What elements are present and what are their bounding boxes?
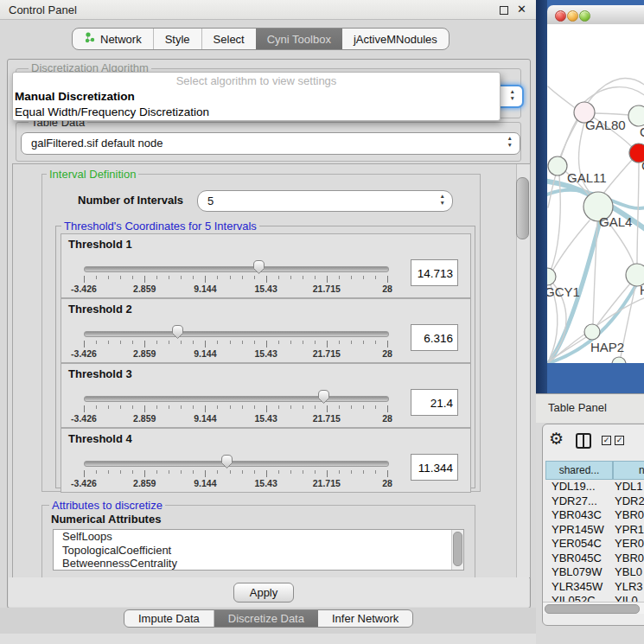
list-item[interactable]: TopologicalCoefficient	[54, 544, 463, 558]
network-node[interactable]	[628, 105, 644, 126]
split-columns-icon[interactable]	[576, 433, 591, 449]
table-row[interactable]: YPR145WYPR1	[545, 523, 644, 538]
node-label: GAL4	[599, 214, 632, 229]
tab-cyni-toolbox[interactable]: Cyni Toolbox	[256, 29, 342, 49]
mac-zoom-icon[interactable]	[579, 10, 590, 22]
threshold-value-field[interactable]: 21.4	[411, 389, 458, 416]
table-data-combobox[interactable]: galFiltered.sif default node ▲▼	[21, 132, 520, 155]
slider-tick	[375, 470, 376, 474]
tab-network[interactable]: Network	[73, 29, 153, 49]
column-header-shared-name[interactable]: shared...	[545, 461, 613, 480]
table-row[interactable]: YDR27...YDR2	[545, 494, 644, 509]
slider-scale-label: 2.859	[133, 348, 156, 359]
threshold-value-field[interactable]: 11.344	[411, 454, 458, 481]
column-header-name[interactable]: na	[613, 461, 644, 480]
control-panel-titlebar: Control Panel ✕	[0, 0, 536, 20]
mac-close-icon[interactable]	[555, 10, 566, 22]
slider-tick	[278, 276, 279, 279]
table-row[interactable]: YIL052CYIL0	[545, 594, 644, 602]
vertical-scrollbar[interactable]	[516, 164, 530, 577]
slider-tick	[230, 405, 231, 409]
slider-tick	[144, 470, 145, 477]
threshold-value-field[interactable]: 14.713	[411, 259, 458, 286]
table-row[interactable]: YBR043CYBR0	[545, 508, 644, 523]
tab-impute-data[interactable]: Impute Data	[124, 610, 214, 627]
float-window-icon[interactable]	[500, 6, 508, 15]
slider-scale-label: 15.43	[254, 284, 277, 294]
slider-tick	[230, 470, 231, 474]
slider-tick	[84, 405, 85, 412]
slider-thumb[interactable]	[317, 389, 330, 405]
table-row[interactable]: YER054CYER0	[545, 537, 644, 552]
slider-scale-label: 21.715	[313, 413, 341, 424]
list-scrollbar[interactable]	[451, 530, 463, 570]
tab-jactivemnodules[interactable]: jActiveMNodules	[342, 29, 449, 49]
slider-scale-label: 28	[382, 348, 392, 359]
slider-tick	[387, 470, 388, 477]
network-icon	[84, 31, 95, 47]
slider-thumb[interactable]	[252, 259, 265, 275]
slider-tick	[351, 405, 352, 409]
horizontal-scrollbar[interactable]	[543, 602, 644, 614]
gear-icon[interactable]: ⚙	[549, 429, 564, 448]
slider-thumb[interactable]	[171, 324, 184, 340]
slider-tick	[266, 405, 267, 412]
slider-tick	[303, 470, 303, 474]
slider-tick	[193, 276, 194, 279]
network-node[interactable]	[547, 268, 556, 285]
slider-tick	[120, 470, 121, 474]
slider-tick	[156, 276, 157, 279]
slider-tick	[96, 405, 97, 409]
slider-track[interactable]	[84, 266, 389, 272]
tab-discretize-data[interactable]: Discretize Data	[214, 610, 318, 627]
table-row[interactable]: YBL079WYBL0	[545, 565, 644, 580]
slider-tick	[278, 341, 279, 344]
tab-select[interactable]: Select	[201, 29, 256, 49]
dropdown-option-equal-width[interactable]: Equal Width/Frequency Discretization	[13, 105, 500, 120]
slider-tick	[387, 276, 388, 283]
network-node[interactable]	[584, 324, 600, 340]
slider-thumb[interactable]	[220, 454, 233, 469]
slider-track[interactable]	[84, 331, 389, 337]
tab-infer-network[interactable]: Infer Network	[318, 610, 412, 627]
table-toolbar: ⚙ ✓ ✓	[543, 424, 644, 457]
cell-name: YIL0	[609, 594, 644, 602]
number-of-intervals-combobox[interactable]: 5 ▲▼	[197, 190, 453, 212]
slider-tick	[363, 405, 364, 409]
checkbox-icon[interactable]: ✓	[602, 436, 611, 445]
slider-tick	[266, 341, 267, 348]
network-node[interactable]	[548, 156, 567, 175]
horizontal-scrollbar-thumb[interactable]	[545, 604, 640, 614]
checkbox-icon[interactable]: ✓	[615, 436, 624, 445]
dropdown-option-manual-discretization[interactable]: Manual Discretization	[13, 89, 500, 105]
close-icon[interactable]: ✕	[517, 3, 526, 16]
network-edge	[637, 163, 639, 264]
slider-scale-label: 28	[382, 413, 392, 424]
table-row[interactable]: YBR045CYBR0	[545, 552, 644, 566]
vertical-scrollbar-thumb[interactable]	[516, 177, 529, 239]
tab-style[interactable]: Style	[153, 29, 201, 49]
table-row[interactable]: YLR345WYLR3	[545, 580, 644, 595]
threshold-value-field[interactable]: 6.316	[411, 324, 458, 351]
apply-button[interactable]: Apply	[233, 583, 294, 603]
list-scrollbar-thumb[interactable]	[453, 532, 462, 566]
list-item[interactable]: BetweennessCentrality	[54, 557, 463, 571]
mac-minimize-icon[interactable]	[567, 10, 578, 22]
cell-shared-name: YER054C	[545, 537, 609, 552]
slider-tick	[132, 276, 133, 279]
network-node[interactable]	[612, 357, 626, 363]
table-panel-title: Table Panel	[548, 401, 607, 414]
combo-stepper-icon: ▲▼	[440, 193, 445, 207]
slider-tick	[181, 470, 182, 474]
node-label: GAL11	[567, 170, 607, 185]
table-row[interactable]: YDL19...YDL1	[545, 480, 644, 494]
apply-strip: Apply	[9, 577, 529, 607]
slider-tick	[363, 341, 364, 344]
slider-track[interactable]	[84, 461, 389, 467]
list-item[interactable]: SelfLoops	[54, 530, 463, 544]
network-edge	[584, 87, 644, 102]
slider-tick	[205, 405, 206, 412]
slider-track[interactable]	[84, 396, 389, 402]
numerical-attributes-list[interactable]: SelfLoopsTopologicalCoefficientBetweenne…	[53, 529, 464, 571]
network-canvas[interactable]: GAL80GACGAL11GAL4GCY1HHAP2	[547, 24, 644, 363]
